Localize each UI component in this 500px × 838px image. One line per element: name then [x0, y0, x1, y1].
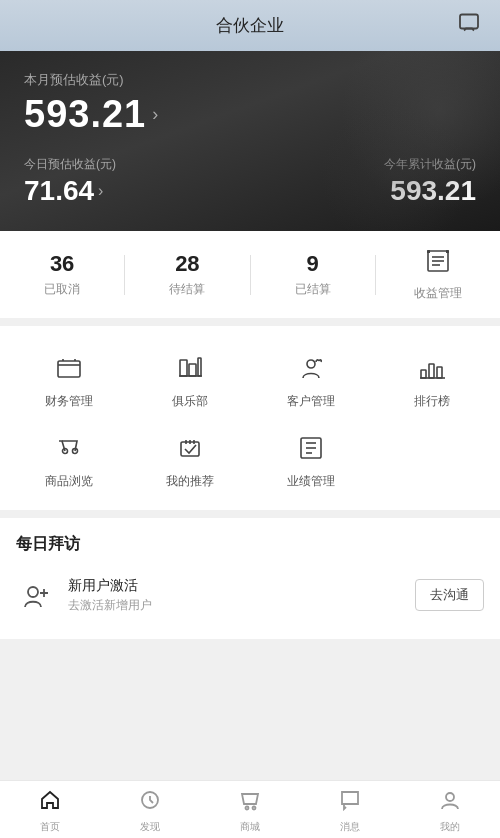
annual-label: 今年累计收益(元)	[384, 156, 476, 173]
customer-label: 客户管理	[287, 393, 335, 410]
nav-discover-label: 发现	[140, 820, 160, 834]
monthly-amount-row[interactable]: 593.21 ›	[24, 93, 476, 136]
stat-settled[interactable]: 9 已结算	[251, 251, 375, 298]
club-label: 俱乐部	[172, 393, 208, 410]
performance-icon	[297, 434, 325, 467]
svg-rect-14	[181, 442, 199, 456]
earnings-management[interactable]: 收益管理	[376, 247, 500, 302]
svg-point-16	[28, 587, 38, 597]
nav-message-label: 消息	[340, 820, 360, 834]
recommend-icon	[176, 434, 204, 467]
ranking-icon	[418, 354, 446, 387]
nav-mine-label: 我的	[440, 820, 460, 834]
pending-num: 28	[175, 251, 199, 277]
go-contact-button[interactable]: 去沟通	[415, 579, 484, 611]
daily-item-content-0: 新用户激活 去激活新增用户	[68, 577, 403, 614]
svg-rect-6	[189, 364, 196, 376]
monthly-arrow: ›	[152, 104, 158, 125]
nav-mine[interactable]: 我的	[400, 789, 500, 834]
stats-row: 36 已取消 28 待结算 9 已结算 收益管理	[0, 231, 500, 318]
svg-point-18	[246, 807, 249, 810]
discover-icon	[139, 789, 161, 817]
bottom-nav: 首页 发现 商城 消息	[0, 780, 500, 838]
svg-point-20	[446, 793, 454, 801]
customer-icon	[297, 354, 325, 387]
shop-icon	[239, 789, 261, 817]
recommend-label: 我的推荐	[166, 473, 214, 490]
menu-finance[interactable]: 财务管理	[8, 342, 129, 422]
daily-amount: 71.64	[24, 175, 94, 207]
menu-ranking[interactable]: 排行榜	[371, 342, 492, 422]
earnings-icon	[424, 247, 452, 281]
cancelled-label: 已取消	[44, 281, 80, 298]
svg-rect-4	[58, 361, 80, 377]
menu-performance[interactable]: 业绩管理	[250, 422, 371, 502]
annual-section: 今年累计收益(元) 593.21	[384, 156, 476, 207]
nav-shop-label: 商城	[240, 820, 260, 834]
daily-item-name-0: 新用户激活	[68, 577, 403, 595]
hero-card: 本月预估收益(元) 593.21 › 今日预估收益(元) 71.64 › 今年累…	[0, 51, 500, 231]
svg-rect-0	[460, 14, 478, 28]
nav-shop[interactable]: 商城	[200, 789, 300, 834]
nav-home[interactable]: 首页	[0, 789, 100, 834]
menu-section: 财务管理 俱乐部	[0, 326, 500, 510]
new-user-icon	[16, 575, 56, 615]
svg-rect-5	[180, 360, 187, 376]
daily-title: 每日拜访	[16, 534, 484, 555]
menu-browse[interactable]: 商品浏览	[8, 422, 129, 502]
svg-rect-10	[429, 364, 434, 378]
svg-point-19	[253, 807, 256, 810]
svg-rect-3	[446, 250, 449, 253]
settled-num: 9	[307, 251, 319, 277]
menu-grid-row2: 商品浏览 我的推荐	[0, 422, 500, 502]
browse-icon	[55, 434, 83, 467]
performance-label: 业绩管理	[287, 473, 335, 490]
daily-item-sub-0: 去激活新增用户	[68, 597, 403, 614]
menu-recommend[interactable]: 我的推荐	[129, 422, 250, 502]
svg-rect-11	[437, 367, 442, 378]
svg-rect-9	[421, 370, 426, 378]
home-icon	[39, 789, 61, 817]
menu-empty	[371, 422, 492, 502]
finance-label: 财务管理	[45, 393, 93, 410]
nav-discover[interactable]: 发现	[100, 789, 200, 834]
svg-rect-7	[198, 358, 201, 376]
app-header: 合伙企业	[0, 0, 500, 51]
monthly-amount: 593.21	[24, 93, 146, 136]
svg-point-8	[307, 360, 315, 368]
finance-icon	[55, 354, 83, 387]
hero-bottom: 今日预估收益(元) 71.64 › 今年累计收益(元) 593.21	[24, 156, 476, 207]
settled-label: 已结算	[295, 281, 331, 298]
nav-message[interactable]: 消息	[300, 789, 400, 834]
stat-pending[interactable]: 28 待结算	[125, 251, 249, 298]
ranking-label: 排行榜	[414, 393, 450, 410]
cancelled-num: 36	[50, 251, 74, 277]
mine-icon	[439, 789, 461, 817]
daily-amount-row[interactable]: 71.64 ›	[24, 175, 116, 207]
club-icon	[176, 354, 204, 387]
menu-club[interactable]: 俱乐部	[129, 342, 250, 422]
menu-customer[interactable]: 客户管理	[250, 342, 371, 422]
page-title: 合伙企业	[216, 14, 284, 37]
message-nav-icon	[339, 789, 361, 817]
daily-label: 今日预估收益(元)	[24, 156, 116, 173]
menu-grid-row1: 财务管理 俱乐部	[0, 342, 500, 422]
browse-label: 商品浏览	[45, 473, 93, 490]
svg-rect-2	[427, 250, 430, 253]
monthly-label: 本月预估收益(元)	[24, 71, 476, 89]
nav-home-label: 首页	[40, 820, 60, 834]
daily-visit-section: 每日拜访 新用户激活 去激活新增用户 去沟通	[0, 518, 500, 639]
annual-amount: 593.21	[384, 175, 476, 207]
daily-arrow: ›	[98, 182, 103, 200]
stat-cancelled[interactable]: 36 已取消	[0, 251, 124, 298]
message-icon[interactable]	[458, 12, 480, 39]
daily-item-0: 新用户激活 去激活新增用户 去沟通	[16, 567, 484, 623]
pending-label: 待结算	[169, 281, 205, 298]
earnings-label: 收益管理	[414, 285, 462, 302]
daily-section: 今日预估收益(元) 71.64 ›	[24, 156, 116, 207]
